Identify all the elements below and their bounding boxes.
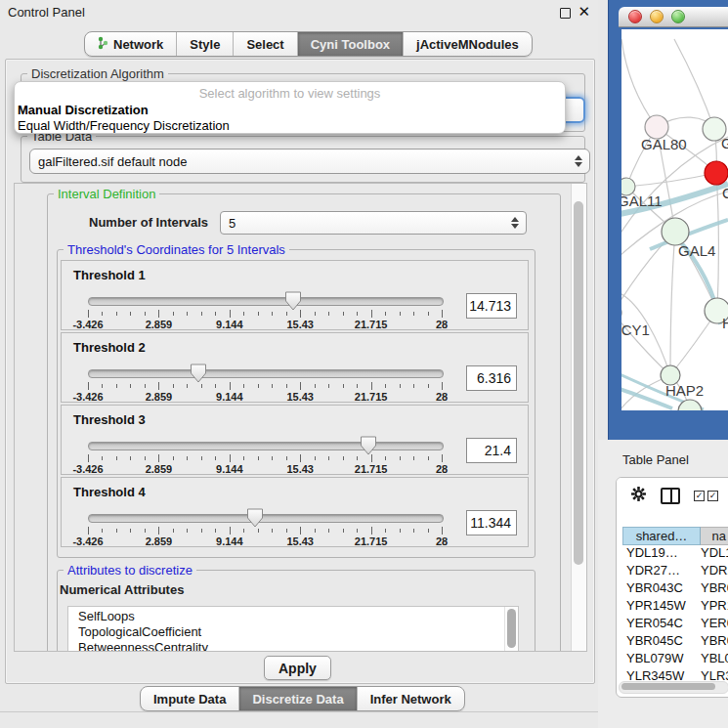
number-of-intervals-combobox[interactable]: 5: [220, 211, 527, 235]
tick-mark: [413, 384, 414, 388]
discretization-algorithm-label: Discretization Algorithm: [27, 66, 168, 81]
threshold-value-field[interactable]: 14.713: [466, 293, 517, 319]
tick-mark: [243, 529, 244, 533]
table-panel-title: Table Panel: [622, 452, 689, 467]
tick-mark: [102, 312, 103, 316]
table-row[interactable]: YER054C YER0: [622, 616, 728, 633]
scrollbar-thumb[interactable]: [574, 201, 583, 565]
network-edge: [716, 173, 718, 311]
scale-label: 28: [436, 463, 448, 475]
gear-icon[interactable]: [630, 486, 647, 505]
tick-mark: [385, 456, 386, 460]
vertical-scrollbar[interactable]: [571, 184, 586, 651]
tick-mark: [286, 312, 287, 316]
table-row[interactable]: YPR145W YPR1: [622, 598, 728, 616]
scale-label-row: -3.4262.8599.14415.4321.71528: [88, 319, 442, 330]
close-traffic-icon[interactable]: [628, 10, 642, 23]
tick-mark: [88, 454, 89, 462]
checkbox-icon[interactable]: ✓: [707, 491, 718, 501]
tick-mark: [413, 529, 414, 533]
threshold-value-field[interactable]: 6.316: [466, 365, 517, 391]
threshold-slider[interactable]: [88, 369, 444, 378]
network-node[interactable]: [662, 218, 689, 245]
tick-mark: [428, 384, 429, 388]
tab-select[interactable]: Select: [234, 32, 297, 56]
threshold-value-field[interactable]: 21.4: [466, 438, 517, 463]
scale-label-row: -3.4262.8599.14415.4321.71528: [88, 391, 442, 403]
algorithm-placeholder-option[interactable]: Select algorithm to view settings: [15, 86, 565, 103]
panel-divider: [0, 711, 598, 712]
attribute-list-item[interactable]: TopologicalCoefficient: [78, 624, 518, 640]
zoom-traffic-icon[interactable]: [671, 10, 685, 23]
scale-label: 15.43: [286, 391, 314, 403]
tab-cyni-toolbox[interactable]: Cyni Toolbox: [298, 32, 404, 56]
tick-mark: [286, 529, 287, 533]
tick-mark: [145, 456, 146, 460]
tick-mark: [400, 456, 401, 460]
scale-label: 15.43: [286, 319, 314, 330]
tick-mark: [230, 527, 231, 535]
numerical-attributes-list[interactable]: SelfLoopsTopologicalCoefficientBetweenne…: [67, 606, 519, 652]
threshold-slider[interactable]: [88, 297, 444, 306]
network-view-window[interactable]: GAL80GACGAL11GAL4GCY1HHAP2: [608, 0, 728, 440]
algorithm-option-manual[interactable]: Manual Discretization: [15, 103, 565, 118]
scrollbar-thumb[interactable]: [621, 683, 715, 690]
table-row[interactable]: YBR043C YBR0: [622, 580, 728, 598]
tick-mark: [130, 529, 131, 533]
table-panel: Table Panel ✓ ✓ shared: [598, 440, 728, 728]
checkbox-icon[interactable]: ✓: [694, 491, 705, 501]
table-row[interactable]: YDL19… YDL1: [622, 545, 728, 563]
tick-mark: [357, 456, 358, 460]
column-header-shared[interactable]: shared…: [622, 527, 701, 545]
tick-mark: [173, 456, 174, 460]
network-graph: GAL80GACGAL11GAL4GCY1HHAP2: [621, 29, 728, 410]
network-window-titlebar[interactable]: [619, 7, 728, 27]
attribute-list-item[interactable]: SelfLoops: [78, 609, 518, 624]
tick-row: [88, 382, 442, 391]
tab-network[interactable]: Network: [85, 32, 177, 56]
horizontal-scrollbar[interactable]: [619, 681, 728, 694]
tick-mark: [145, 529, 146, 533]
tick-mark: [385, 529, 386, 533]
algorithm-option-equal-width[interactable]: Equal Width/Frequency Discretization: [15, 118, 565, 134]
tick-mark: [400, 529, 401, 533]
attribute-list-item[interactable]: BetweennessCentrality: [78, 640, 518, 652]
thresholds-group-label: Threshold's Coordinates for 5 Intervals: [64, 242, 289, 257]
apply-button[interactable]: Apply: [264, 656, 331, 680]
tick-mark: [88, 310, 89, 318]
threshold-value-field[interactable]: 11.344: [466, 510, 517, 535]
network-canvas[interactable]: GAL80GACGAL11GAL4GCY1HHAP2: [621, 29, 728, 410]
table-data-group: Table Data galFiltered.sif default node: [21, 136, 585, 183]
minimize-traffic-icon[interactable]: [650, 10, 664, 23]
tick-mark: [272, 312, 273, 316]
tick-mark: [385, 384, 386, 388]
attributes-scrollbar[interactable]: [504, 607, 518, 652]
tick-mark: [201, 312, 202, 316]
scale-label-row: -3.4262.8599.14415.4321.71528: [88, 535, 442, 547]
tab-infer-network[interactable]: Infer Network: [358, 687, 464, 710]
tick-mark: [371, 310, 372, 318]
tab-style[interactable]: Style: [177, 32, 234, 56]
tick-mark: [442, 527, 443, 535]
tab-jactivemnodules[interactable]: jActiveMNodules: [404, 32, 532, 56]
table-row[interactable]: YDR27… YDR2: [622, 563, 728, 580]
table-row[interactable]: YBR045C YBR0: [622, 633, 728, 651]
network-edge: [670, 232, 675, 375]
thresholds-list: Threshold 1 -3.4262.8599.14415.4321.7152…: [61, 260, 529, 549]
tick-mark: [343, 529, 344, 533]
threshold-slider[interactable]: [88, 514, 444, 523]
float-window-icon[interactable]: [560, 8, 571, 19]
columns-icon[interactable]: [661, 488, 680, 504]
table-data-combobox[interactable]: galFiltered.sif default node: [29, 149, 590, 174]
tick-mark: [357, 529, 358, 533]
interval-definition-group: Interval Definition Number of Intervals …: [47, 193, 561, 652]
tab-impute-data[interactable]: Impute Data: [141, 687, 239, 710]
tab-discretize-data[interactable]: Discretize Data: [239, 687, 357, 710]
threshold-slider[interactable]: [88, 442, 444, 450]
table-row[interactable]: YBL079W YBL0: [622, 651, 728, 668]
tick-mark: [258, 456, 259, 460]
network-node[interactable]: [705, 161, 728, 185]
tick-mark: [201, 456, 202, 460]
column-header-name[interactable]: na: [701, 527, 728, 545]
close-icon[interactable]: ✕: [578, 3, 590, 21]
